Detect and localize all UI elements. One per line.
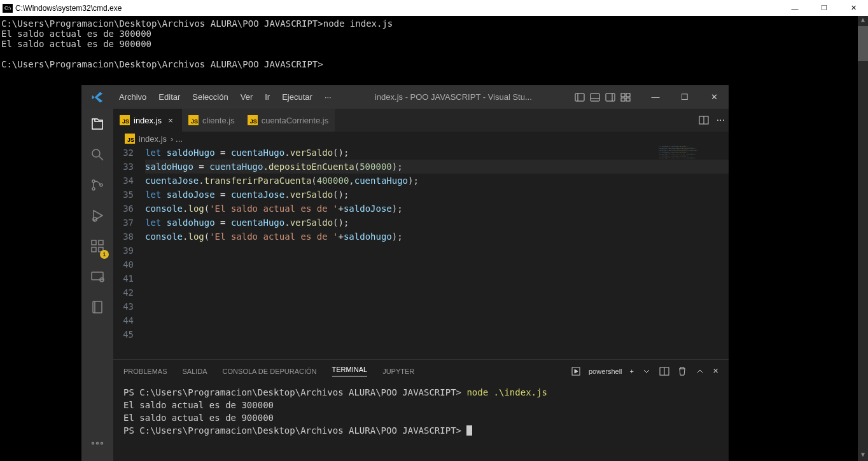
scroll-thumb[interactable] — [858, 26, 868, 61]
tab-label: cliente.js — [202, 116, 235, 125]
code-line-42[interactable]: console.log('El saldo actual es de '+sal… — [145, 230, 729, 244]
code-line-33[interactable]: let saldoHugo = cuentaHugo.verSaldo(); — [145, 146, 729, 160]
panel-bottom-icon[interactable] — [590, 92, 600, 102]
tab-close-icon[interactable]: × — [165, 116, 176, 125]
panel-tab-problemas[interactable]: PROBLEMAS — [123, 368, 167, 375]
code-line-41[interactable]: let saldohugo = cuentaHugo.verSaldo(); — [145, 216, 729, 230]
split-editor-icon[interactable] — [699, 115, 709, 125]
js-file-icon: JS — [125, 134, 135, 144]
panel-tab-consola de depuración[interactable]: CONSOLA DE DEPURACIÓN — [223, 368, 317, 375]
explorer-icon[interactable] — [90, 116, 105, 134]
panel-tab-jupyter[interactable]: JUPYTER — [382, 368, 414, 375]
cursor — [466, 425, 472, 436]
more-icon[interactable] — [90, 436, 105, 453]
cmd-close-button[interactable]: ✕ — [839, 0, 868, 16]
extensions-icon[interactable] — [90, 238, 105, 256]
cmd-minimize-button[interactable]: — — [780, 0, 809, 16]
cmd-titlebar[interactable]: C:\ C:\Windows\system32\cmd.exe — ☐ ✕ — [0, 0, 868, 16]
code-line-38[interactable]: let saldoJose = cuentaJose.verSaldo(); — [145, 188, 729, 202]
menu-ejecutar[interactable]: Ejecutar — [276, 90, 318, 104]
search-icon[interactable] — [90, 147, 105, 165]
panel-right-icon[interactable] — [605, 92, 615, 102]
cmd-icon: C:\ — [3, 4, 13, 13]
svg-point-13 — [92, 188, 95, 190]
layout-controls — [570, 92, 636, 102]
terminal-line: El saldo actual es de 300000 — [123, 399, 718, 411]
scroll-up-icon[interactable]: ▲ — [858, 16, 868, 26]
panel-tab-terminal[interactable]: TERMINAL — [332, 366, 368, 376]
tab-more-icon[interactable]: ··· — [717, 114, 725, 126]
code-line-34[interactable]: saldoHugo = cuentaHugo.depositoEnCuenta(… — [145, 160, 729, 174]
vscode-minimize-button[interactable]: — — [641, 85, 670, 109]
vscode-close-button[interactable]: ✕ — [699, 85, 729, 109]
js-file-icon: JS — [188, 115, 199, 125]
menu-···[interactable]: ··· — [319, 90, 337, 104]
svg-rect-2 — [591, 93, 599, 101]
panel-tabs: PROBLEMASSALIDACONSOLA DE DEPURACIÓNTERM… — [113, 360, 729, 382]
chevron-up-icon[interactable] — [695, 366, 705, 376]
cmd-scrollbar[interactable]: ▲ ▼ — [858, 16, 868, 461]
minimap[interactable]: let saldoHugo = cuentaHugo.verSaldo();sa… — [659, 146, 722, 196]
run-task-icon[interactable] — [571, 366, 581, 376]
gutter: 3233343536373839404142434445 — [113, 146, 145, 359]
tab-label: index.js — [134, 116, 162, 125]
vscode-maximize-button[interactable]: ☐ — [670, 85, 699, 109]
menu-archivo[interactable]: Archivo — [113, 90, 152, 104]
js-file-icon: JS — [120, 115, 130, 125]
source-control-icon[interactable] — [90, 177, 105, 195]
layout-icon[interactable] — [620, 92, 631, 102]
panel-close-icon[interactable]: ✕ — [713, 367, 718, 375]
svg-rect-0 — [575, 93, 584, 101]
tab-label: cuentaCorriente.js — [262, 116, 329, 125]
scroll-down-icon[interactable]: ▼ — [858, 451, 868, 461]
vscode-titlebar[interactable]: ArchivoEditarSelecciónVerIrEjecutar··· i… — [81, 85, 729, 109]
editor-tabs: JSindex.js×JScliente.jsJScuentaCorriente… — [113, 109, 729, 132]
cmd-title-text: C:\Windows\system32\cmd.exe — [15, 4, 122, 13]
menu-ver[interactable]: Ver — [235, 90, 259, 104]
vscode-logo-icon — [81, 91, 113, 104]
tab-cliente.js[interactable]: JScliente.js — [182, 109, 241, 132]
svg-rect-9 — [626, 98, 630, 101]
chevron-down-icon[interactable] — [641, 366, 652, 376]
breadcrumb-file: index.js — [139, 134, 167, 144]
vscode-window: ArchivoEditarSelecciónVerIrEjecutar··· i… — [81, 85, 729, 461]
svg-rect-19 — [99, 247, 103, 252]
svg-rect-8 — [621, 98, 625, 101]
svg-rect-22 — [93, 301, 102, 313]
menu-ir[interactable]: Ir — [259, 90, 276, 104]
tab-cuentaCorriente.js[interactable]: JScuentaCorriente.js — [241, 109, 335, 132]
book-icon[interactable] — [90, 299, 105, 317]
activity-bar — [81, 109, 113, 461]
code-line-36[interactable]: cuentaJose.transferirParaCuenta(400000,c… — [145, 174, 729, 188]
js-file-icon: JS — [248, 115, 258, 125]
cmd-output[interactable]: C:\Users\Programacion\Desktop\Archivos A… — [0, 16, 868, 72]
svg-rect-7 — [626, 93, 630, 97]
run-debug-icon[interactable] — [90, 208, 105, 226]
menu-selección[interactable]: Selección — [186, 90, 234, 104]
svg-rect-18 — [92, 247, 96, 252]
svg-line-11 — [99, 156, 103, 160]
breadcrumb[interactable]: JS index.js › ... — [113, 132, 729, 146]
panel-left-icon[interactable] — [575, 92, 585, 102]
code-line-39[interactable]: console.log('El saldo actual es de '+sal… — [145, 202, 729, 216]
svg-rect-20 — [92, 272, 103, 280]
terminal-line: PS C:\Users\Programacion\Desktop\Archivo… — [123, 386, 718, 399]
split-terminal-icon[interactable] — [659, 366, 669, 376]
new-terminal-button[interactable]: + — [630, 368, 634, 375]
terminal-output[interactable]: PS C:\Users\Programacion\Desktop\Archivo… — [113, 382, 729, 461]
editor[interactable]: 3233343536373839404142434445 let saldoHu… — [113, 146, 729, 359]
trash-icon[interactable] — [677, 366, 687, 376]
remote-icon[interactable] — [90, 269, 105, 287]
code-area[interactable]: let saldoHugo = cuentaHugo.verSaldo();sa… — [145, 146, 729, 359]
cmd-maximize-button[interactable]: ☐ — [809, 0, 839, 16]
shell-label[interactable]: powershell — [589, 368, 622, 375]
svg-rect-17 — [99, 240, 103, 245]
panel-tab-salida[interactable]: SALIDA — [182, 368, 207, 375]
tab-index.js[interactable]: JSindex.js× — [113, 109, 182, 132]
svg-rect-16 — [92, 240, 96, 245]
svg-point-26 — [101, 443, 103, 444]
terminal-line: PS C:\Users\Programacion\Desktop\Archivo… — [123, 424, 718, 437]
bottom-panel: PROBLEMASSALIDACONSOLA DE DEPURACIÓNTERM… — [113, 359, 729, 461]
menu-editar[interactable]: Editar — [153, 90, 186, 104]
terminal-line: El saldo actual es de 900000 — [123, 411, 718, 424]
